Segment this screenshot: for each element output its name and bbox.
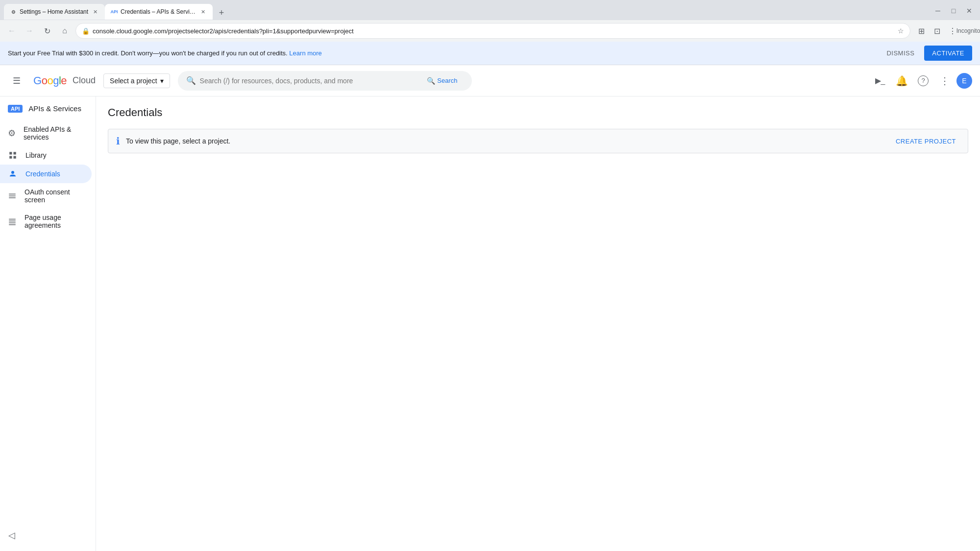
new-tab-button[interactable]: + bbox=[215, 6, 228, 20]
app-header: ☰ G o o g l e Cloud Select a project ▾ 🔍… bbox=[0, 65, 980, 96]
svg-point-4 bbox=[11, 171, 14, 174]
svg-rect-9 bbox=[9, 221, 16, 222]
browser-toolbar-icons: ⊞ ⊡ ⋮ Incognito bbox=[914, 24, 975, 38]
sidebar-item-label-oauth: OAuth consent screen bbox=[24, 188, 84, 204]
tab-credentials-favicon: API bbox=[111, 8, 118, 15]
svg-rect-8 bbox=[9, 219, 16, 220]
svg-rect-6 bbox=[9, 195, 16, 196]
more-options-button[interactable]: ⋮ bbox=[935, 71, 955, 91]
hamburger-icon: ☰ bbox=[13, 75, 21, 86]
user-avatar[interactable]: E bbox=[956, 73, 972, 89]
activate-button[interactable]: ACTIVATE bbox=[924, 46, 972, 61]
tab-bar: ⚙ Settings – Home Assistant ✕ API Creden… bbox=[0, 0, 980, 20]
svg-rect-7 bbox=[9, 197, 16, 198]
credentials-icon bbox=[8, 169, 18, 178]
close-window-button[interactable]: ✕ bbox=[962, 4, 976, 18]
svg-rect-0 bbox=[9, 152, 12, 154]
sidebar-item-label-library: Library bbox=[25, 151, 47, 159]
notifications-button[interactable]: 🔔 bbox=[892, 71, 911, 91]
svg-rect-5 bbox=[9, 194, 16, 195]
maximize-button[interactable]: □ bbox=[947, 4, 960, 18]
tab-settings-favicon: ⚙ bbox=[10, 8, 17, 15]
banner-text: Start your Free Trial with $300 in credi… bbox=[8, 49, 877, 57]
sidebar-item-label-enabled-apis: Enabled APIs & services bbox=[24, 125, 84, 141]
search-input-container[interactable]: 🔍 🔍 Search bbox=[178, 71, 472, 91]
tab-settings[interactable]: ⚙ Settings – Home Assistant ✕ bbox=[4, 4, 105, 20]
home-button[interactable]: ⌂ bbox=[58, 24, 72, 38]
google-letter-o1: o bbox=[42, 74, 48, 87]
minimize-button[interactable]: ─ bbox=[931, 4, 945, 18]
main-layout: API APIs & Services ⚙ Enabled APIs & ser… bbox=[0, 96, 980, 551]
svg-rect-2 bbox=[9, 156, 12, 159]
svg-rect-1 bbox=[14, 152, 16, 154]
incognito-profile[interactable]: Incognito bbox=[961, 24, 975, 38]
google-logo-text: G o o g l e bbox=[33, 74, 67, 87]
tab-settings-title: Settings – Home Assistant bbox=[20, 8, 88, 15]
extension-icon[interactable]: ⊞ bbox=[914, 24, 928, 38]
enabled-apis-icon: ⚙ bbox=[8, 128, 16, 139]
info-banner: Start your Free Trial with $300 in credi… bbox=[0, 42, 980, 65]
cloud-logo-suffix: Cloud bbox=[73, 75, 96, 86]
back-button[interactable]: ← bbox=[5, 24, 19, 38]
help-button[interactable]: ? bbox=[913, 71, 933, 91]
google-letter-g: G bbox=[33, 74, 42, 87]
page-title: Credentials bbox=[108, 106, 968, 119]
sidebar-item-enabled-apis[interactable]: ⚙ Enabled APIs & services bbox=[0, 120, 92, 146]
sidebar-item-credentials[interactable]: Credentials bbox=[0, 165, 92, 183]
oauth-icon bbox=[8, 192, 17, 200]
cloud-shell-button[interactable]: ▶_ bbox=[870, 71, 890, 91]
page-usage-icon bbox=[8, 217, 17, 226]
tab-settings-close[interactable]: ✕ bbox=[91, 8, 99, 16]
forward-button[interactable]: → bbox=[23, 24, 36, 38]
sidebar-brand-title: APIs & Services bbox=[28, 104, 81, 113]
header-icons: ▶_ 🔔 ? ⋮ E bbox=[870, 71, 972, 91]
svg-rect-10 bbox=[9, 222, 16, 223]
learn-more-link[interactable]: Learn more bbox=[289, 49, 321, 57]
browser-chrome: ⚙ Settings – Home Assistant ✕ API Creden… bbox=[0, 0, 980, 42]
sidebar-item-page-usage[interactable]: Page usage agreements bbox=[0, 209, 92, 234]
google-letter-g2: g bbox=[53, 74, 59, 87]
sidebar-item-oauth[interactable]: OAuth consent screen bbox=[0, 183, 92, 209]
help-icon: ? bbox=[918, 75, 929, 86]
select-project-dropdown-icon: ▾ bbox=[160, 77, 164, 85]
sidebar-collapse-button[interactable]: ◁ bbox=[6, 529, 18, 541]
reload-button[interactable]: ↻ bbox=[40, 24, 54, 38]
cloud-shell-icon: ▶_ bbox=[875, 76, 885, 85]
api-badge: API bbox=[8, 105, 23, 113]
create-project-button[interactable]: CREATE PROJECT bbox=[892, 136, 960, 147]
svg-rect-11 bbox=[9, 224, 16, 225]
sidebar-item-label-page-usage: Page usage agreements bbox=[24, 214, 84, 229]
sidebar-brand: API APIs & Services bbox=[0, 100, 96, 120]
search-input[interactable] bbox=[200, 77, 417, 85]
lock-icon: 🔒 bbox=[82, 27, 90, 35]
info-notice: ℹ To view this page, select a project. C… bbox=[108, 129, 968, 153]
sidebar: API APIs & Services ⚙ Enabled APIs & ser… bbox=[0, 96, 96, 551]
tab-credentials[interactable]: API Credentials – APIs & Services – C… ✕ bbox=[105, 4, 213, 20]
more-options-icon: ⋮ bbox=[940, 75, 950, 87]
search-bar: 🔍 🔍 Search bbox=[178, 71, 472, 91]
search-button-icon: 🔍 bbox=[427, 77, 435, 85]
svg-rect-3 bbox=[14, 156, 16, 159]
search-bar-icon: 🔍 bbox=[186, 76, 196, 85]
content-area: Credentials ℹ To view this page, select … bbox=[96, 96, 980, 551]
sidebar-item-library[interactable]: Library bbox=[0, 146, 92, 165]
library-icon bbox=[8, 151, 18, 160]
search-button[interactable]: 🔍 Search bbox=[421, 74, 463, 88]
hamburger-menu-button[interactable]: ☰ bbox=[8, 72, 25, 90]
collapse-icon: ◁ bbox=[8, 530, 15, 541]
address-text: console.cloud.google.com/projectselector… bbox=[93, 27, 895, 35]
tab-credentials-title: Credentials – APIs & Services – C… bbox=[121, 8, 196, 15]
dismiss-button[interactable]: DISMISS bbox=[881, 47, 920, 60]
address-bar[interactable]: 🔒 console.cloud.google.com/projectselect… bbox=[75, 23, 910, 39]
bell-icon: 🔔 bbox=[896, 75, 908, 87]
google-letter-e: e bbox=[61, 74, 67, 87]
select-project-button[interactable]: Select a project ▾ bbox=[103, 73, 170, 88]
sidebar-item-label-credentials: Credentials bbox=[25, 170, 60, 178]
chrome-extension-icon[interactable]: ⊡ bbox=[930, 24, 944, 38]
google-cloud-logo[interactable]: G o o g l e Cloud bbox=[33, 74, 96, 87]
info-notice-icon: ℹ bbox=[116, 135, 120, 147]
google-letter-o2: o bbox=[47, 74, 53, 87]
bookmark-icon[interactable]: ☆ bbox=[898, 27, 904, 35]
info-notice-text: To view this page, select a project. bbox=[126, 137, 886, 145]
tab-credentials-close[interactable]: ✕ bbox=[199, 8, 207, 16]
